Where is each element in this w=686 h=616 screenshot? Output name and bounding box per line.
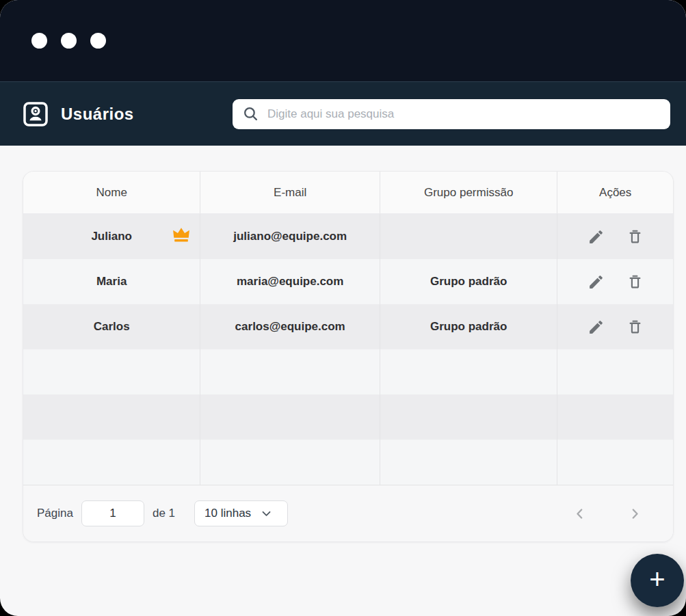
edit-button[interactable] <box>588 319 605 336</box>
column-header-email: E-mail <box>200 172 380 214</box>
table-row: Maria maria@equipe.com Grupo padrão <box>23 259 673 304</box>
rows-per-page-value: 10 linhas <box>205 507 251 520</box>
cell-empty <box>557 394 673 440</box>
cell-empty <box>557 349 673 394</box>
title-group: Usuários <box>23 101 134 127</box>
chevron-right-icon <box>630 508 640 520</box>
content-area: Nome E-mail Grupo permissão Ações Julian… <box>0 146 686 616</box>
delete-button[interactable] <box>626 319 644 336</box>
chevron-down-icon <box>262 511 271 517</box>
delete-button[interactable] <box>626 273 644 291</box>
cell-name: Juliano <box>23 214 200 259</box>
add-user-button[interactable]: + <box>631 554 684 607</box>
cell-empty <box>557 440 673 485</box>
search-input[interactable] <box>267 107 661 121</box>
cell-email: juliano@equipe.com <box>200 214 380 259</box>
window-titlebar <box>0 0 686 81</box>
users-table-card: Nome E-mail Grupo permissão Ações Julian… <box>23 171 674 542</box>
cell-empty <box>200 440 380 485</box>
user-card-icon <box>23 101 49 127</box>
app-window: Usuários Nome E-mail Grupo permissão Açõ… <box>0 0 686 616</box>
table-row-empty <box>23 394 673 440</box>
table-row-empty <box>23 349 673 394</box>
app-header: Usuários <box>0 81 686 146</box>
cell-group <box>380 214 557 259</box>
table-header-row: Nome E-mail Grupo permissão Ações <box>23 172 673 214</box>
delete-button[interactable] <box>626 228 644 245</box>
table-row: Juliano juliano@equipe.com <box>23 214 673 259</box>
next-page-button[interactable] <box>627 505 643 522</box>
search-icon <box>242 105 259 122</box>
cell-empty <box>380 440 557 485</box>
cell-email: carlos@equipe.com <box>200 304 380 349</box>
cell-empty <box>23 440 200 485</box>
window-control-dot[interactable] <box>61 33 77 49</box>
cell-email: maria@equipe.com <box>200 259 380 304</box>
admin-crown-icon <box>172 227 191 247</box>
column-header-nome: Nome <box>23 172 200 214</box>
cell-actions <box>557 259 673 304</box>
page-label: Página <box>37 507 73 520</box>
cell-empty <box>200 349 380 394</box>
search-box[interactable] <box>233 99 670 129</box>
cell-empty <box>200 394 380 440</box>
edit-button[interactable] <box>588 228 605 245</box>
cell-empty <box>380 394 557 440</box>
page-number-input[interactable] <box>81 500 144 526</box>
page-total-label: de 1 <box>153 507 175 520</box>
plus-icon: + <box>649 565 665 593</box>
window-control-dot[interactable] <box>90 33 106 49</box>
column-header-grupo: Grupo permissão <box>380 172 557 214</box>
chevron-left-icon <box>575 508 585 520</box>
cell-group: Grupo padrão <box>380 259 557 304</box>
cell-name: Maria <box>23 259 200 304</box>
edit-button[interactable] <box>588 273 605 291</box>
cell-name: Carlos <box>23 304 200 349</box>
table-row: Carlos carlos@equipe.com Grupo padrão <box>23 304 673 349</box>
cell-group: Grupo padrão <box>380 304 557 349</box>
cell-actions <box>557 304 673 349</box>
rows-per-page-select[interactable]: 10 linhas <box>194 500 288 526</box>
cell-empty <box>23 394 200 440</box>
column-header-acoes: Ações <box>557 172 673 214</box>
table-footer: Página de 1 10 linhas <box>23 485 673 541</box>
cell-actions <box>557 214 673 259</box>
previous-page-button[interactable] <box>572 505 588 522</box>
cell-empty <box>23 349 200 394</box>
window-control-dot[interactable] <box>31 33 47 49</box>
table-row-empty <box>23 440 673 485</box>
pager <box>572 505 643 522</box>
page-title: Usuários <box>61 105 134 124</box>
user-name: Juliano <box>91 230 132 243</box>
cell-empty <box>380 349 557 394</box>
